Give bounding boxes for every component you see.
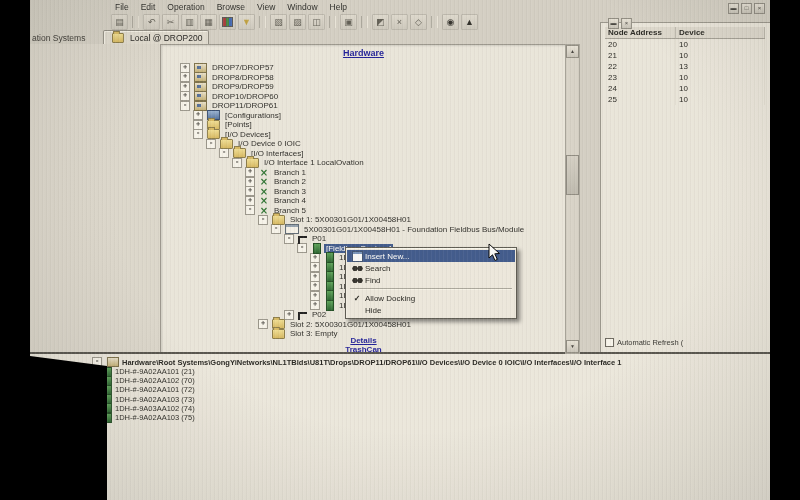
filter-icon[interactable]: ▼	[238, 14, 255, 30]
minimize-button[interactable]: ▬	[728, 3, 739, 14]
expand-icon[interactable]: +	[310, 281, 320, 291]
search-icon[interactable]: ◉	[442, 14, 459, 30]
folder-open-icon[interactable]: ▧	[270, 14, 287, 30]
scroll-down-icon[interactable]: ▼	[566, 340, 579, 353]
expand-icon[interactable]: +	[193, 110, 203, 120]
menu-operation[interactable]: Operation	[162, 1, 209, 13]
scroll-up-icon[interactable]: ▲	[566, 45, 579, 58]
child-minimize-button[interactable]: ▬	[608, 18, 619, 29]
tree-node[interactable]: +Slot 3: Empty	[161, 329, 566, 339]
list-item[interactable]: 1DH-#-9A02AA101 (21)	[104, 367, 195, 376]
tree-scrollbar[interactable]: ▲ ▼	[565, 44, 580, 354]
select-icon[interactable]: ◩	[372, 14, 389, 30]
table-row[interactable]: 2510	[605, 94, 765, 105]
tree-node[interactable]: -I/O Interface 1 LocalOvation	[161, 158, 566, 168]
collapse-icon[interactable]: -	[271, 224, 281, 234]
collapse-icon[interactable]: -	[206, 139, 216, 149]
delete-icon[interactable]: ×	[391, 14, 408, 30]
expand-icon[interactable]: +	[245, 177, 255, 187]
tree-node[interactable]: +DROP8/DROP58	[161, 73, 566, 83]
tree-node[interactable]: +×Branch 3	[161, 187, 566, 197]
list-item[interactable]: 1DH-#-9A02AA103 (75)	[104, 413, 195, 422]
collapse-icon[interactable]: -	[180, 101, 190, 111]
expand-icon[interactable]: +	[284, 310, 294, 320]
system-tree-pane[interactable]	[30, 44, 161, 352]
expand-icon[interactable]: +	[310, 272, 320, 282]
tree-node[interactable]: +[Configurations]	[161, 111, 566, 121]
tab-local-drop[interactable]: Local @ DROP200	[103, 30, 209, 44]
tree-node[interactable]: -Slot 1: 5X00301G01/1X00458H01	[161, 215, 566, 225]
tree-node[interactable]: +×Branch 2	[161, 177, 566, 187]
duplicate-icon[interactable]: ◫	[308, 14, 325, 30]
hardware-title-link[interactable]: Hardware	[161, 48, 566, 58]
collapse-icon[interactable]: -	[284, 234, 294, 244]
expand-icon[interactable]: +	[310, 291, 320, 301]
hardware-root-row[interactable]: - Hardware\Root Systems\GongYiNetworks\N…	[92, 357, 621, 367]
table-row[interactable]: 2410	[605, 83, 765, 94]
tree-node[interactable]: +×Branch 4	[161, 196, 566, 206]
expand-icon[interactable]: +	[245, 167, 255, 177]
expand-icon[interactable]: +	[310, 300, 320, 310]
menu-window[interactable]: Window	[282, 1, 322, 13]
collapse-icon[interactable]: -	[297, 243, 307, 253]
palette-icon[interactable]	[219, 14, 236, 30]
context-menu-item-allow-docking[interactable]: ✓Allow Docking	[347, 292, 515, 304]
collapse-icon[interactable]: -	[232, 158, 242, 168]
child-close-button[interactable]: ×	[621, 18, 632, 29]
collapse-icon[interactable]: -	[245, 205, 255, 215]
tree-node[interactable]: -P01	[161, 234, 566, 244]
expand-icon[interactable]: +	[180, 72, 190, 82]
collapse-icon[interactable]: -	[219, 148, 229, 158]
print-icon[interactable]: ▤	[111, 14, 128, 30]
expand-icon[interactable]: +	[245, 186, 255, 196]
tree-node[interactable]: -I/O Device 0 IOIC	[161, 139, 566, 149]
collapse-icon[interactable]: -	[193, 129, 203, 139]
paste-icon[interactable]: ▦	[200, 14, 217, 30]
expand-icon[interactable]: +	[180, 63, 190, 73]
expand-icon[interactable]: +	[258, 319, 268, 329]
list-item[interactable]: 1DH-#-9A02AA103 (73)	[104, 395, 195, 404]
table-row[interactable]: 2110	[605, 50, 765, 61]
close-button[interactable]: ×	[754, 3, 765, 14]
tree-node[interactable]: -5X00301G01/1X00458H01 - Foundation Fiel…	[161, 225, 566, 235]
context-menu-item-find[interactable]: Find	[347, 274, 515, 286]
menu-file[interactable]: File	[110, 1, 134, 13]
undo-icon[interactable]: ↶	[143, 14, 160, 30]
collapse-icon[interactable]: -	[258, 215, 268, 225]
list-item[interactable]: 1DH-#-9A02AA101 (72)	[104, 385, 195, 394]
camera-icon[interactable]: ▣	[340, 14, 357, 30]
tree-node[interactable]: +DROP7/DROP57	[161, 63, 566, 73]
expand-icon[interactable]: +	[193, 120, 203, 130]
tree-node[interactable]: +DROP9/DROP59	[161, 82, 566, 92]
tree-node[interactable]: +DROP10/DROP60	[161, 92, 566, 102]
refresh-icon[interactable]: ◇	[410, 14, 427, 30]
tree-node[interactable]: -DROP11/DROP61	[161, 101, 566, 111]
save-icon[interactable]: ▨	[289, 14, 306, 30]
tree-node[interactable]: +×Branch 1	[161, 168, 566, 178]
scrollbar-thumb[interactable]	[566, 155, 579, 195]
expand-icon[interactable]: +	[180, 82, 190, 92]
run-icon[interactable]: ▲	[461, 14, 478, 30]
menu-view[interactable]: View	[252, 1, 280, 13]
tree-node[interactable]: -[I/O Interfaces]	[161, 149, 566, 159]
table-row[interactable]: 2310	[605, 72, 765, 83]
expand-icon[interactable]: +	[180, 91, 190, 101]
copy-icon[interactable]: ▥	[181, 14, 198, 30]
auto-refresh-checkbox[interactable]	[605, 338, 614, 347]
tree-node[interactable]: -×Branch 5	[161, 206, 566, 216]
list-item[interactable]: 1DH-#-9A02AA102 (70)	[104, 376, 195, 385]
context-menu-item-hide[interactable]: Hide	[347, 304, 515, 316]
maximize-button[interactable]: □	[741, 3, 752, 14]
expand-icon[interactable]: +	[310, 253, 320, 263]
menu-help[interactable]: Help	[325, 1, 352, 13]
menu-browse[interactable]: Browse	[212, 1, 250, 13]
tree-node[interactable]: +[Points]	[161, 120, 566, 130]
menu-edit[interactable]: Edit	[136, 1, 161, 13]
expand-icon[interactable]: +	[310, 262, 320, 272]
tree-node[interactable]: +Slot 2: 5X00301G01/1X00458H01	[161, 320, 566, 330]
table-row[interactable]: 2213	[605, 61, 765, 72]
expand-icon[interactable]: +	[245, 196, 255, 206]
list-item[interactable]: 1DH-#-9A03AA102 (74)	[104, 404, 195, 413]
tab-systems[interactable]: ation Systems	[32, 33, 85, 43]
cut-icon[interactable]: ✂	[162, 14, 179, 30]
